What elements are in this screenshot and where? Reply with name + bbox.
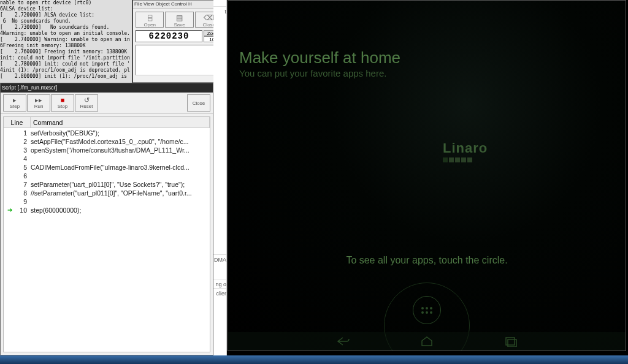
model-toolbar-window: File View Object Control H ⌸Open ▤Save ⌫… bbox=[132, 0, 226, 83]
line-number: 10 bbox=[12, 205, 31, 214]
current-line-arrow-icon bbox=[4, 154, 12, 162]
current-line-arrow-icon bbox=[4, 128, 12, 137]
script-row[interactable]: 8//setParameter("uart_pl011[0]", "OPFile… bbox=[4, 188, 210, 197]
script-row[interactable]: 9 bbox=[4, 197, 210, 205]
script-row[interactable]: ➔10step(600000000); bbox=[4, 205, 210, 214]
linaro-logo: Linaro bbox=[443, 142, 488, 162]
step-button[interactable]: ▸Step bbox=[3, 94, 26, 112]
script-grid: Line Command 1setVerbosity("DEBUG");2set… bbox=[3, 116, 210, 352]
apps-grid-icon bbox=[421, 307, 432, 314]
command-text: setVerbosity("DEBUG"); bbox=[31, 128, 210, 137]
stop-button[interactable]: ■Stop bbox=[51, 94, 74, 112]
line-number: 1 bbox=[12, 128, 31, 137]
script-row[interactable]: 3openSystem("/home/consult3/tushar/DMA_P… bbox=[4, 145, 210, 154]
current-line-arrow-icon bbox=[4, 137, 12, 145]
command-text: //setParameter("uart_pl011[0]", "OPFileN… bbox=[31, 188, 210, 197]
script-titlebar[interactable]: Script [./fm_run.mxscr] bbox=[1, 83, 213, 93]
script-row[interactable]: 1setVerbosity("DEBUG"); bbox=[4, 128, 210, 137]
android-subtext: You can put your favorite apps here. bbox=[239, 68, 386, 79]
current-line-arrow-icon bbox=[4, 197, 12, 205]
line-number: 9 bbox=[12, 197, 31, 205]
command-text: openSystem("/home/consult3/tushar/DMA_PL… bbox=[31, 145, 210, 154]
recents-button[interactable] bbox=[502, 336, 518, 347]
line-number: 4 bbox=[12, 154, 31, 162]
save-icon: ▤ bbox=[167, 13, 191, 22]
script-close-button[interactable]: Close bbox=[187, 94, 210, 112]
run-icon: ▸▸ bbox=[35, 97, 42, 104]
command-text bbox=[31, 154, 210, 162]
script-row[interactable]: 7setParameter("uart_pl011[0]", "Use Sock… bbox=[4, 180, 210, 188]
model-blank-area bbox=[136, 45, 223, 75]
line-number: 6 bbox=[12, 171, 31, 180]
script-row[interactable]: 4 bbox=[4, 154, 210, 162]
svg-rect-1 bbox=[508, 339, 516, 347]
command-text bbox=[31, 171, 210, 180]
reset-button[interactable]: ↺Reset bbox=[75, 94, 98, 112]
current-line-arrow-icon bbox=[4, 145, 12, 154]
current-line-arrow-icon bbox=[4, 180, 12, 188]
line-number: 7 bbox=[12, 180, 31, 188]
open-icon: ⌸ bbox=[137, 13, 162, 22]
script-row[interactable]: 6 bbox=[4, 171, 210, 180]
open-button[interactable]: ⌸Open bbox=[136, 12, 164, 28]
run-button[interactable]: ▸▸Run bbox=[27, 94, 50, 112]
apps-button[interactable] bbox=[413, 296, 441, 324]
line-number: 5 bbox=[12, 162, 31, 171]
recents-icon bbox=[502, 336, 518, 347]
cycle-counter: 6220230 bbox=[136, 30, 202, 42]
home-icon bbox=[419, 336, 435, 347]
script-row[interactable]: 2setAppFile("FastModel.cortexa15_0_.cpu0… bbox=[4, 137, 210, 145]
current-line-arrow-icon bbox=[4, 188, 12, 197]
line-number: 8 bbox=[12, 188, 31, 197]
stop-icon: ■ bbox=[61, 97, 65, 104]
reset-icon: ↺ bbox=[84, 97, 90, 104]
step-icon: ▸ bbox=[13, 97, 17, 104]
command-text: CADIMemLoadFromFile("uImage-linaro3.9ker… bbox=[31, 162, 210, 171]
background-window-sliver: t DMA ng o clier bbox=[213, 0, 227, 355]
model-menubar[interactable]: File View Object Control H bbox=[133, 1, 226, 9]
script-toolbar: ▸Step ▸▸Run ■Stop ↺Reset Close bbox=[1, 93, 213, 114]
line-number: 3 bbox=[12, 145, 31, 154]
linaro-logo-dots bbox=[443, 157, 488, 162]
android-emulator[interactable]: Make yourself at home You can put your f… bbox=[228, 0, 626, 351]
current-line-arrow-icon bbox=[4, 171, 12, 180]
current-line-arrow-icon: ➔ bbox=[4, 205, 12, 214]
command-text bbox=[31, 197, 210, 205]
current-line-arrow-icon bbox=[4, 162, 12, 171]
script-window: Script [./fm_run.mxscr] ▸Step ▸▸Run ■Sto… bbox=[0, 83, 213, 355]
back-icon bbox=[335, 336, 351, 347]
home-button[interactable] bbox=[419, 336, 435, 347]
column-header-command[interactable]: Command bbox=[31, 117, 210, 127]
line-number: 2 bbox=[12, 137, 31, 145]
desktop-taskbar[interactable] bbox=[0, 355, 628, 364]
android-hint: To see all your apps, touch the circle. bbox=[228, 255, 626, 266]
command-text: step(600000000); bbox=[31, 205, 210, 214]
save-button[interactable]: ▤Save bbox=[165, 12, 193, 28]
command-text: setParameter("uart_pl011[0]", "Use Socke… bbox=[31, 180, 210, 188]
android-navbar bbox=[228, 332, 626, 351]
svg-rect-0 bbox=[506, 338, 515, 345]
terminal-log: nable to open rtc device (rtc0) 6ALSA de… bbox=[0, 0, 132, 83]
back-button[interactable] bbox=[335, 336, 351, 347]
column-header-line[interactable]: Line bbox=[4, 117, 31, 127]
command-text: setAppFile("FastModel.cortexa15_0_.cpu0"… bbox=[31, 137, 210, 145]
script-row[interactable]: 5CADIMemLoadFromFile("uImage-linaro3.9ke… bbox=[4, 162, 210, 171]
android-headline: Make yourself at home bbox=[239, 48, 400, 67]
